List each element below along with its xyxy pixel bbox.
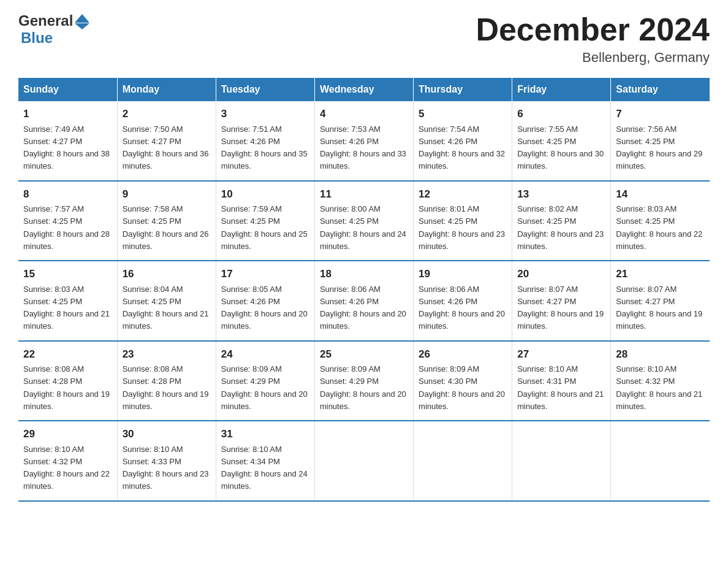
day-cell: 22Sunrise: 8:08 AMSunset: 4:28 PMDayligh…	[18, 341, 117, 421]
day-info: Sunrise: 8:10 AMSunset: 4:34 PMDaylight:…	[221, 445, 308, 491]
day-cell	[414, 421, 512, 501]
day-number: 7	[616, 106, 705, 122]
day-cell: 9Sunrise: 7:58 AMSunset: 4:25 PMDaylight…	[117, 181, 216, 261]
header-friday: Friday	[512, 78, 611, 101]
day-cell: 3Sunrise: 7:51 AMSunset: 4:26 PMDaylight…	[216, 101, 314, 181]
calendar-table: SundayMondayTuesdayWednesdayThursdayFrid…	[18, 78, 710, 502]
day-info: Sunrise: 8:06 AMSunset: 4:26 PMDaylight:…	[419, 285, 505, 331]
day-cell: 18Sunrise: 8:06 AMSunset: 4:26 PMDayligh…	[314, 261, 413, 341]
day-cell: 7Sunrise: 7:56 AMSunset: 4:25 PMDaylight…	[611, 101, 710, 181]
day-info: Sunrise: 7:54 AMSunset: 4:26 PMDaylight:…	[419, 124, 505, 171]
day-number: 26	[419, 347, 507, 362]
day-number: 13	[517, 186, 605, 202]
day-cell: 24Sunrise: 8:09 AMSunset: 4:29 PMDayligh…	[216, 341, 314, 421]
day-number: 4	[320, 106, 408, 122]
day-cell: 17Sunrise: 8:05 AMSunset: 4:26 PMDayligh…	[216, 261, 314, 341]
day-cell	[314, 421, 413, 501]
week-row-1: 1Sunrise: 7:49 AMSunset: 4:27 PMDaylight…	[18, 101, 710, 181]
day-number: 14	[616, 186, 705, 202]
day-number: 8	[23, 186, 112, 202]
day-cell: 12Sunrise: 8:01 AMSunset: 4:25 PMDayligh…	[414, 181, 512, 261]
day-number: 24	[221, 347, 309, 362]
day-cell: 4Sunrise: 7:53 AMSunset: 4:26 PMDaylight…	[314, 101, 413, 181]
day-info: Sunrise: 8:06 AMSunset: 4:26 PMDaylight:…	[320, 285, 406, 331]
header-sunday: Sunday	[18, 78, 117, 101]
day-number: 1	[23, 106, 112, 122]
day-number: 30	[123, 426, 211, 442]
header-monday: Monday	[117, 78, 216, 101]
day-info: Sunrise: 8:07 AMSunset: 4:27 PMDaylight:…	[517, 285, 604, 331]
day-info: Sunrise: 8:09 AMSunset: 4:29 PMDaylight:…	[320, 364, 406, 411]
day-info: Sunrise: 7:50 AMSunset: 4:27 PMDaylight:…	[123, 124, 209, 171]
logo-blue-text: Blue	[21, 29, 53, 47]
day-cell: 26Sunrise: 8:09 AMSunset: 4:30 PMDayligh…	[414, 341, 512, 421]
day-info: Sunrise: 7:59 AMSunset: 4:25 PMDaylight:…	[221, 204, 308, 251]
day-info: Sunrise: 8:03 AMSunset: 4:25 PMDaylight:…	[23, 285, 110, 331]
day-info: Sunrise: 8:10 AMSunset: 4:32 PMDaylight:…	[616, 364, 702, 411]
day-number: 11	[320, 186, 408, 202]
day-cell: 10Sunrise: 7:59 AMSunset: 4:25 PMDayligh…	[216, 181, 314, 261]
day-info: Sunrise: 8:08 AMSunset: 4:28 PMDaylight:…	[123, 364, 209, 411]
day-number: 21	[616, 266, 705, 282]
day-number: 16	[123, 266, 211, 282]
day-cell: 27Sunrise: 8:10 AMSunset: 4:31 PMDayligh…	[512, 341, 611, 421]
day-cell: 21Sunrise: 8:07 AMSunset: 4:27 PMDayligh…	[611, 261, 710, 341]
day-cell: 2Sunrise: 7:50 AMSunset: 4:27 PMDaylight…	[117, 101, 216, 181]
day-cell: 13Sunrise: 8:02 AMSunset: 4:25 PMDayligh…	[512, 181, 611, 261]
header-tuesday: Tuesday	[216, 78, 314, 101]
header-row: SundayMondayTuesdayWednesdayThursdayFrid…	[18, 78, 710, 101]
day-info: Sunrise: 7:58 AMSunset: 4:25 PMDaylight:…	[123, 204, 209, 251]
day-cell: 14Sunrise: 8:03 AMSunset: 4:25 PMDayligh…	[611, 181, 710, 261]
day-number: 28	[616, 347, 705, 362]
day-info: Sunrise: 7:57 AMSunset: 4:25 PMDaylight:…	[23, 204, 110, 251]
day-number: 3	[221, 106, 309, 122]
day-cell	[512, 421, 611, 501]
day-info: Sunrise: 8:10 AMSunset: 4:31 PMDaylight:…	[517, 364, 604, 411]
title-section: December 2024 Bellenberg, Germany	[476, 12, 710, 66]
week-row-4: 22Sunrise: 8:08 AMSunset: 4:28 PMDayligh…	[18, 341, 710, 421]
subtitle: Bellenberg, Germany	[476, 50, 710, 66]
day-info: Sunrise: 8:07 AMSunset: 4:27 PMDaylight:…	[616, 285, 702, 331]
day-number: 20	[517, 266, 605, 282]
day-number: 6	[517, 106, 605, 122]
day-cell: 5Sunrise: 7:54 AMSunset: 4:26 PMDaylight…	[414, 101, 512, 181]
day-number: 12	[419, 186, 507, 202]
day-info: Sunrise: 8:10 AMSunset: 4:33 PMDaylight:…	[123, 445, 209, 491]
day-cell: 23Sunrise: 8:08 AMSunset: 4:28 PMDayligh…	[117, 341, 216, 421]
day-number: 19	[419, 266, 507, 282]
day-cell: 8Sunrise: 7:57 AMSunset: 4:25 PMDaylight…	[18, 181, 117, 261]
day-number: 18	[320, 266, 408, 282]
logo: General Blue	[18, 12, 89, 47]
page-header: General Blue December 2024 Bellenberg, G…	[18, 12, 710, 66]
day-cell: 30Sunrise: 8:10 AMSunset: 4:33 PMDayligh…	[117, 421, 216, 501]
day-number: 31	[221, 426, 309, 442]
day-info: Sunrise: 7:49 AMSunset: 4:27 PMDaylight:…	[23, 124, 110, 171]
day-number: 9	[123, 186, 211, 202]
day-number: 29	[23, 426, 112, 442]
day-number: 15	[23, 266, 112, 282]
day-info: Sunrise: 8:03 AMSunset: 4:25 PMDaylight:…	[616, 204, 702, 251]
day-info: Sunrise: 8:09 AMSunset: 4:30 PMDaylight:…	[419, 364, 505, 411]
day-cell	[611, 421, 710, 501]
day-cell: 16Sunrise: 8:04 AMSunset: 4:25 PMDayligh…	[117, 261, 216, 341]
day-info: Sunrise: 8:04 AMSunset: 4:25 PMDaylight:…	[123, 285, 209, 331]
day-cell: 1Sunrise: 7:49 AMSunset: 4:27 PMDaylight…	[18, 101, 117, 181]
day-number: 5	[419, 106, 507, 122]
day-cell: 6Sunrise: 7:55 AMSunset: 4:25 PMDaylight…	[512, 101, 611, 181]
day-info: Sunrise: 7:51 AMSunset: 4:26 PMDaylight:…	[221, 124, 308, 171]
day-cell: 19Sunrise: 8:06 AMSunset: 4:26 PMDayligh…	[414, 261, 512, 341]
day-number: 10	[221, 186, 309, 202]
day-number: 25	[320, 347, 408, 362]
day-info: Sunrise: 7:56 AMSunset: 4:25 PMDaylight:…	[616, 124, 702, 171]
header-saturday: Saturday	[611, 78, 710, 101]
week-row-2: 8Sunrise: 7:57 AMSunset: 4:25 PMDaylight…	[18, 181, 710, 261]
day-info: Sunrise: 8:02 AMSunset: 4:25 PMDaylight:…	[517, 204, 604, 251]
day-info: Sunrise: 7:53 AMSunset: 4:26 PMDaylight:…	[320, 124, 406, 171]
logo-general-text: General	[18, 12, 73, 29]
day-cell: 11Sunrise: 8:00 AMSunset: 4:25 PMDayligh…	[314, 181, 413, 261]
day-info: Sunrise: 8:09 AMSunset: 4:29 PMDaylight:…	[221, 364, 308, 411]
day-number: 23	[123, 347, 211, 362]
day-info: Sunrise: 8:00 AMSunset: 4:25 PMDaylight:…	[320, 204, 406, 251]
day-cell: 29Sunrise: 8:10 AMSunset: 4:32 PMDayligh…	[18, 421, 117, 501]
header-thursday: Thursday	[414, 78, 512, 101]
